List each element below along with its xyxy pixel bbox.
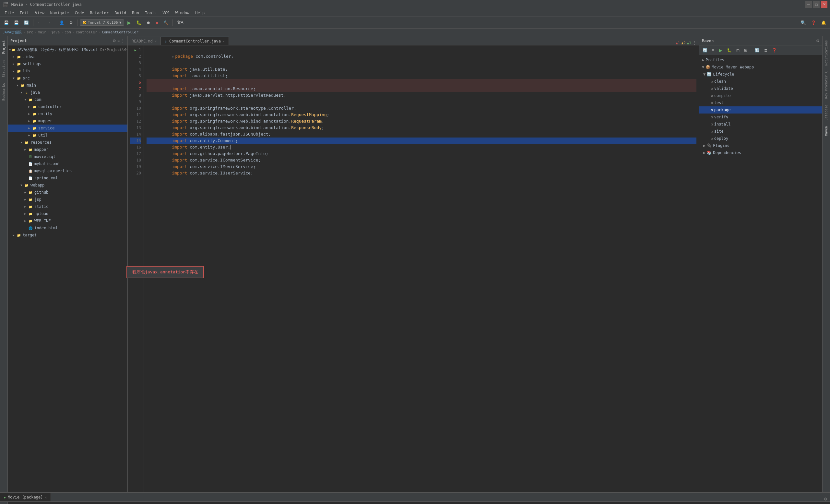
settings-button[interactable]: ⚙ — [67, 19, 75, 27]
menu-run[interactable]: Run — [129, 10, 142, 16]
tree-upload[interactable]: ▶ 📁 upload — [8, 210, 127, 217]
maven-install[interactable]: ▶ install — [699, 121, 822, 128]
maven-run-button[interactable]: ▶ — [717, 46, 724, 55]
tree-jsp[interactable]: ▶ 📁 jsp — [8, 196, 127, 203]
menu-refactor[interactable]: Refactor — [87, 10, 111, 16]
maven-reload-button[interactable]: 🔄 — [701, 46, 709, 55]
maven-dependencies[interactable]: ▶ 📚 Dependencies — [699, 149, 822, 156]
maximize-button[interactable]: □ — [813, 1, 820, 8]
tab-readme[interactable]: README.md ✕ — [128, 37, 161, 45]
code-content[interactable]: ◆package com.controller; import java.uti… — [144, 45, 699, 492]
project-tab[interactable]: Project — [1, 38, 6, 57]
panel-options-button[interactable]: ⋮ — [121, 39, 125, 43]
debug-button[interactable]: 🐛 — [134, 19, 143, 27]
menu-window[interactable]: Window — [173, 10, 192, 16]
maven-toggle-button[interactable]: ⊞ — [742, 46, 749, 55]
tab-commentcontroller-close[interactable]: ✕ — [223, 39, 225, 43]
breadcrumb-java[interactable]: java — [51, 30, 60, 34]
maven-verify[interactable]: ▶ verify — [699, 114, 822, 121]
menu-tools[interactable]: Tools — [142, 10, 159, 16]
maven-package[interactable]: ▶ package — [699, 106, 822, 114]
tree-util[interactable]: ▶ 📁 util — [8, 132, 127, 139]
tree-controller[interactable]: ▶ 📁 controller — [8, 103, 127, 110]
tree-root[interactable]: ▼ 📁 JAVA仿猫眼 (公众号: 程序员小R) [Movie] D:\Proj… — [8, 46, 127, 53]
back-button[interactable]: ← — [36, 19, 43, 27]
structure-tab[interactable]: Structure — [1, 57, 6, 80]
tree-idea[interactable]: ▶ 📁 .idea — [8, 53, 127, 60]
tree-target[interactable]: ▶ 📁 target — [8, 231, 127, 239]
tree-static[interactable]: ▶ 📁 static — [8, 203, 127, 210]
maven-plugins[interactable]: ▶ 🔌 Plugins — [699, 142, 822, 149]
tree-main[interactable]: ▼ 📁 main — [8, 82, 127, 89]
stop-button[interactable]: ■ — [154, 19, 160, 27]
tree-spring[interactable]: ▶ 📄 spring.xml — [8, 175, 127, 182]
tree-com[interactable]: ▼ 📁 com — [8, 96, 127, 103]
breadcrumb-file[interactable]: CommentController — [102, 30, 138, 34]
maven-site[interactable]: ▶ site — [699, 128, 822, 135]
breadcrumb-src[interactable]: src — [27, 30, 33, 34]
run-coverage-button[interactable]: ⏺ — [145, 19, 152, 27]
menu-navigate[interactable]: Navigate — [47, 10, 72, 16]
maven-validate[interactable]: ▶ validate — [699, 85, 822, 92]
translate-button[interactable]: 文A — [175, 19, 186, 27]
tree-entity[interactable]: ▶ 📁 entity — [8, 110, 127, 117]
maven-vtab[interactable]: Maven — [824, 124, 829, 138]
tree-resources[interactable]: ▼ 📁 resources — [8, 139, 127, 146]
maven-test[interactable]: ▶ test — [699, 99, 822, 106]
maven-lifecycle[interactable]: ▼ 🔄 Lifecycle — [699, 71, 822, 78]
run-line-0[interactable]: ▼ Movie [package]: At 2024/3/26 10:43 wi… — [8, 502, 830, 504]
notifications-button[interactable]: 🔔 — [819, 19, 828, 27]
tab-settings-button[interactable]: ⋮ — [693, 40, 696, 45]
menu-help[interactable]: Help — [193, 10, 207, 16]
breadcrumb-com[interactable]: com — [65, 30, 71, 34]
maven-skip-button[interactable]: m — [734, 46, 741, 55]
help-button[interactable]: ❓ — [809, 19, 818, 27]
breadcrumb-controller[interactable]: controller — [75, 30, 97, 34]
tree-webinf[interactable]: ▶ 📁 WEB-INF — [8, 217, 127, 224]
tab-commentcontroller[interactable]: ☕ CommentController.java ✕ — [161, 37, 229, 45]
tree-github[interactable]: ▶ 📁 github — [8, 189, 127, 196]
tree-settings[interactable]: ▶ 📁 settings — [8, 60, 127, 67]
save-all-button[interactable]: 💾 — [12, 19, 21, 27]
bookmarks-tab[interactable]: Bookmarks — [1, 81, 6, 103]
tree-webapp[interactable]: ▼ 📁 webapp — [8, 182, 127, 189]
minimize-button[interactable]: ─ — [805, 1, 812, 8]
panel-collapse-button[interactable]: ≡ — [117, 39, 120, 43]
tree-lib[interactable]: ▶ 📁 lib — [8, 67, 127, 74]
run-content[interactable]: ▼ Movie [package]: At 2024/3/26 10:43 wi… — [8, 502, 830, 504]
run-panel-settings-button[interactable]: ⚙ — [824, 497, 827, 501]
maven-project[interactable]: ▼ 📦 Movie Maven Webapp — [699, 64, 822, 71]
maven-refresh-button[interactable]: 🔃 — [753, 46, 762, 55]
maven-deploy[interactable]: ▶ deploy — [699, 135, 822, 142]
breadcrumb-main[interactable]: main — [38, 30, 47, 34]
close-button[interactable]: ✕ — [821, 1, 827, 8]
build-button[interactable]: 🔨 — [161, 19, 170, 27]
maven-collapse-button[interactable]: ≡ — [710, 46, 716, 55]
tree-mysql-props[interactable]: ▶ 📋 mysql.properties — [8, 167, 127, 175]
notifications-vtab[interactable]: Notifications — [824, 38, 829, 68]
maven-list-button[interactable]: ≣ — [762, 46, 769, 55]
tree-mapper-res[interactable]: ▶ 📁 mapper — [8, 146, 127, 153]
tab-readme-close[interactable]: ✕ — [155, 39, 157, 43]
tree-src[interactable]: ▼ 📁 src — [8, 74, 127, 82]
tree-indexhtml[interactable]: ▶ 🌐 index.html — [8, 224, 127, 231]
maven-debug-button[interactable]: 🐛 — [725, 46, 734, 55]
sync-button[interactable]: 🔄 — [22, 19, 31, 27]
database-vtab[interactable]: Database — [824, 102, 829, 123]
save-button[interactable]: 💾 — [2, 19, 11, 27]
key-promoter-vtab[interactable]: Key Promoter X — [824, 69, 829, 101]
maven-profiles[interactable]: ▶ Profiles — [699, 57, 822, 64]
run-tab[interactable]: ▶ Movie [package] ✕ — [0, 493, 51, 501]
tree-mapper[interactable]: ▶ 📁 mapper — [8, 117, 127, 125]
menu-build[interactable]: Build — [112, 10, 129, 16]
maven-settings-button[interactable]: ⚙ — [816, 39, 820, 43]
tree-moviesql[interactable]: ▶ 🗄 movie.sql — [8, 153, 127, 160]
maven-clean[interactable]: ▶ clean — [699, 78, 822, 85]
forward-button[interactable]: → — [45, 19, 53, 27]
user-button[interactable]: 👤 — [57, 19, 66, 27]
tomcat-selector[interactable]: 🐱 Tomcat 7.0.106 ▼ — [80, 20, 124, 26]
menu-file[interactable]: File — [2, 10, 17, 16]
tree-service[interactable]: ▶ 📁 service — [8, 125, 127, 132]
run-button[interactable]: ▶ — [125, 19, 133, 27]
run-tab-close[interactable]: ✕ — [45, 496, 47, 499]
